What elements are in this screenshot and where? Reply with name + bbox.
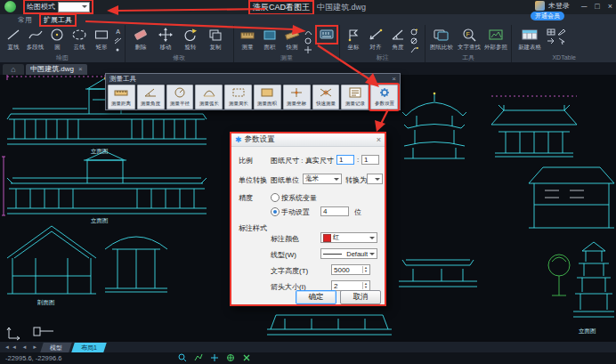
quick-measure-tool-button[interactable]: 快速测量	[312, 85, 340, 109]
cancel-button[interactable]: 取消	[340, 290, 381, 304]
document-tab-close-icon[interactable]: ×	[78, 64, 83, 75]
text-height-stepper[interactable]: 5000 ▲▼	[331, 264, 370, 275]
paper-unit-dropdown[interactable]: 毫米	[303, 174, 342, 184]
arc-length-mini-icon[interactable]	[304, 28, 313, 36]
dialog-close-icon[interactable]: ×	[377, 135, 381, 144]
measure-toolbar-titlebar[interactable]: 测量工具 ×	[106, 74, 400, 84]
linetype-dropdown[interactable]: Default	[320, 248, 377, 259]
table-cell-mini-icon[interactable]	[546, 28, 555, 36]
revcloud-button[interactable]: 云线	[69, 27, 90, 52]
dialog-title: 参数设置	[245, 134, 275, 145]
find-text-button[interactable]: F 文字查找	[456, 27, 482, 52]
measure-coordinate-button[interactable]: 测量坐标	[283, 85, 311, 109]
compare-drawings-button[interactable]: 图纸比较	[428, 27, 455, 52]
drawing-label-3: 剖面图	[36, 299, 55, 306]
document-tab-active[interactable]: 中国建筑.dwg ×	[26, 64, 87, 75]
measure-record-icon	[348, 85, 362, 100]
xref-button[interactable]: 外部参照	[483, 27, 510, 52]
annotate-mini-column-1	[409, 27, 419, 53]
measure-icon	[239, 27, 255, 43]
precision-digits-input[interactable]	[320, 206, 349, 216]
move-button[interactable]: 移动	[153, 27, 177, 52]
app-name: 浩辰CAD看图王	[250, 2, 312, 13]
measure-distance-button[interactable]: 测量距离	[108, 85, 135, 109]
zoom-in-icon[interactable]	[178, 353, 187, 364]
table-edit-mini-icon[interactable]	[556, 28, 566, 36]
erase-button[interactable]: 删除	[128, 27, 152, 52]
measure-coordinate-icon	[289, 85, 304, 100]
layout-tab-bar: ◄◄ ◄ ► 模型 布局1	[0, 342, 616, 352]
radius-mini-icon[interactable]	[304, 36, 313, 44]
close-tool-icon[interactable]	[242, 353, 251, 364]
copy-icon	[207, 27, 223, 43]
leader-dim-mini-icon[interactable]	[409, 45, 419, 53]
angle-dim-button[interactable]: 角度	[387, 27, 409, 52]
dimension-color-dropdown[interactable]: 红	[320, 232, 377, 243]
measure-tools-launcher-button[interactable]	[317, 27, 336, 43]
table-pick-mini-icon[interactable]	[556, 36, 566, 44]
stepper-arrows-icon[interactable]: ▲▼	[362, 266, 368, 273]
rectangle-icon	[93, 27, 109, 43]
measure-perimeter-button[interactable]: 测量周长	[224, 85, 252, 109]
quick-measure-button[interactable]: 快测	[281, 27, 303, 52]
layout-nav-arrows-icon[interactable]: ◄◄ ◄ ►	[4, 344, 39, 350]
home-tab[interactable]: ⌂	[3, 64, 24, 75]
circle-button[interactable]: 圆	[47, 27, 69, 52]
manual-setting-radio[interactable]	[271, 207, 280, 216]
tab-common[interactable]: 常用	[18, 15, 32, 25]
hatch-tool-icon[interactable]	[113, 36, 123, 44]
color-row: 标注颜色 红	[231, 233, 385, 245]
copy-button[interactable]: 复制	[203, 27, 227, 52]
parameter-settings-button[interactable]: 参数设置	[370, 85, 398, 109]
convert-to-dropdown[interactable]	[367, 174, 383, 184]
zoom-extents-icon[interactable]	[226, 353, 235, 364]
measure-toolbar-close-icon[interactable]: ×	[392, 75, 396, 83]
group-xdtable: 新建表格 XDTable	[512, 25, 616, 62]
dialog-titlebar[interactable]: ✱ 参数设置 ×	[231, 133, 385, 147]
measure-arc-button[interactable]: 测量弧长	[195, 85, 223, 109]
avatar[interactable]	[535, 1, 545, 11]
linetype-label: 线型(W)	[271, 250, 296, 260]
group-tools: 图纸比较 F 文字查找 外部参照 工具	[426, 25, 512, 62]
align-dim-button[interactable]: 对齐	[365, 27, 386, 52]
line-button[interactable]: 直线	[3, 27, 24, 52]
ok-button[interactable]: 确定	[296, 290, 336, 304]
close-button[interactable]: ×	[608, 0, 612, 13]
unit-label: 单位转换	[239, 175, 267, 185]
measure-area-button[interactable]: 测量面积	[254, 85, 281, 109]
point-tool-icon[interactable]	[113, 45, 123, 53]
stepper-arrows-icon[interactable]: ▲▼	[362, 282, 368, 289]
vip-badge[interactable]: 开通会员	[531, 12, 564, 20]
coordinate-dim-button[interactable]: 坐标	[343, 27, 364, 52]
pan-icon[interactable]	[210, 353, 219, 364]
coord-mini-icon[interactable]	[304, 45, 313, 53]
user-name[interactable]: 未登录	[548, 1, 570, 11]
measure-path-icon[interactable]	[194, 353, 203, 364]
minimize-button[interactable]: ─	[581, 0, 587, 13]
dimension-style-label: 标注样式	[239, 223, 267, 233]
measure-button[interactable]: 测量	[237, 27, 258, 52]
rectangle-button[interactable]: 矩形	[91, 27, 112, 52]
tab-layout1[interactable]: 布局1	[71, 343, 106, 352]
real-size-input[interactable]	[361, 155, 379, 165]
system-variable-radio[interactable]	[271, 193, 280, 202]
tab-extended-tools[interactable]: 扩展工具	[41, 15, 75, 25]
tab-model[interactable]: 模型	[40, 343, 72, 352]
measure-angle-button[interactable]: 测量角度	[137, 85, 165, 109]
measure-radius-button[interactable]: 测量半径	[166, 85, 194, 109]
diameter-dim-mini-icon[interactable]	[409, 36, 419, 44]
measure-record-button[interactable]: 测量记录	[341, 85, 369, 109]
table-export-mini-icon[interactable]	[546, 36, 555, 44]
paper-unit-label: 图纸单位	[271, 175, 299, 185]
polyline-button[interactable]: 多段线	[25, 27, 46, 52]
radius-dim-mini-icon[interactable]	[409, 28, 419, 36]
rotate-button[interactable]: 旋转	[178, 27, 202, 52]
user-area[interactable]: 未登录	[535, 1, 570, 11]
new-table-button[interactable]: 新建表格	[515, 27, 545, 52]
maximize-button[interactable]: □	[595, 0, 599, 13]
text-tool-icon[interactable]: A	[113, 28, 123, 36]
paper-size-input[interactable]	[336, 155, 354, 165]
area-icon	[262, 27, 278, 43]
area-button[interactable]: 面积	[259, 27, 280, 52]
measure-mini-column	[304, 27, 313, 53]
